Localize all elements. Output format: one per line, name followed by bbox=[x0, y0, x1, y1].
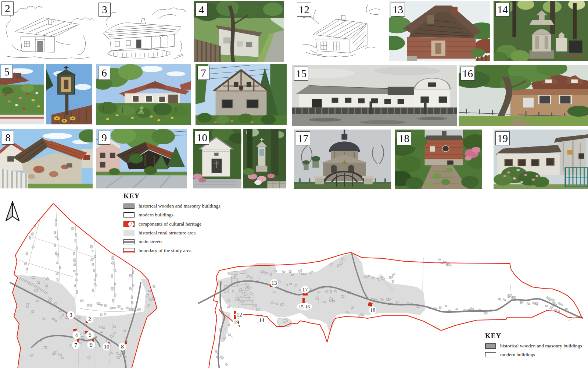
svg-text:15-16: 15-16 bbox=[299, 304, 310, 309]
tile-photo-19: 19 bbox=[494, 130, 588, 189]
main-street-swatch bbox=[123, 239, 135, 244]
legend-item-boundary: boundary of the study area bbox=[123, 248, 223, 254]
legend-title: KEY bbox=[123, 192, 223, 200]
historic-building-swatch bbox=[485, 343, 496, 349]
tile-number-badge: 9 bbox=[98, 131, 110, 145]
legend-item-streets: main streets bbox=[123, 239, 223, 245]
tile-sketch-2: 2 bbox=[1, 1, 94, 62]
historic-building-swatch bbox=[123, 204, 135, 209]
legend-item-label: boundary of the study area bbox=[139, 248, 191, 254]
tile-number-badge: 10 bbox=[195, 131, 209, 145]
map-marker-19: 19 bbox=[233, 319, 240, 326]
figure-page: 2 3 bbox=[0, 0, 588, 368]
tile-photo-5: 5 bbox=[0, 64, 92, 124]
legend-item-label: modern buildings bbox=[500, 352, 535, 358]
svg-text:7: 7 bbox=[74, 342, 77, 348]
tile-photo-10: 10 bbox=[193, 129, 286, 188]
svg-text:12: 12 bbox=[237, 312, 242, 318]
tile-number-badge: 12 bbox=[297, 3, 311, 17]
tile-number-badge: 17 bbox=[296, 131, 310, 145]
legend-left: KEY historical wooden and masonry buildi… bbox=[123, 192, 223, 256]
tile-photo-6: 6 bbox=[96, 64, 191, 125]
svg-text:4: 4 bbox=[75, 332, 78, 338]
svg-text:13: 13 bbox=[272, 280, 277, 286]
legend-right: KEY historical wooden and masonry buildi… bbox=[485, 332, 588, 361]
map-marker-12: 12 bbox=[234, 311, 243, 319]
tile-photo-8: 8 bbox=[0, 129, 93, 188]
tile-photo-9: 9 bbox=[96, 129, 187, 188]
svg-text:5: 5 bbox=[89, 332, 92, 338]
tile-photo-13: 13 bbox=[389, 1, 490, 61]
tile-number-badge: 16 bbox=[460, 67, 475, 81]
svg-text:3: 3 bbox=[69, 312, 72, 318]
tile-number-badge: 15 bbox=[294, 67, 308, 81]
legend-item-label: historical wooden and masonry buildings bbox=[500, 343, 582, 349]
tile-number-badge: 8 bbox=[2, 131, 14, 145]
map-marker-10: 10 bbox=[103, 342, 111, 351]
svg-text:8: 8 bbox=[121, 344, 124, 350]
legend-item-label: main streets bbox=[139, 239, 162, 245]
legend-item-historic: historical wooden and masonry buildings bbox=[485, 343, 588, 349]
tile-number-badge: 14 bbox=[495, 3, 510, 17]
tile-number-badge: 7 bbox=[197, 66, 209, 80]
svg-text:19: 19 bbox=[234, 319, 239, 325]
tile-number-badge: 19 bbox=[495, 131, 510, 145]
tile-number-badge: 6 bbox=[98, 66, 110, 80]
svg-text:9: 9 bbox=[90, 342, 93, 348]
legend-item-heritage: 7 components of cultural heritage bbox=[123, 221, 223, 227]
svg-text:14: 14 bbox=[259, 317, 265, 323]
heritage-component-swatch: 7 bbox=[123, 221, 135, 227]
tile-number-badge: 4 bbox=[196, 3, 208, 17]
legend-item-area: historical rural structure area bbox=[123, 230, 223, 236]
svg-text:18: 18 bbox=[370, 307, 376, 313]
tile-number-badge: 5 bbox=[1, 65, 13, 79]
tile-sketch-12: 12 bbox=[295, 1, 383, 62]
legend-item-modern: modern buildings bbox=[485, 352, 588, 358]
tile-photo-15: 15 bbox=[292, 65, 457, 126]
modern-building-swatch bbox=[485, 352, 496, 357]
rural-area-swatch bbox=[123, 230, 135, 236]
tile-photo-16: 16 bbox=[459, 65, 588, 126]
boundary-swatch bbox=[123, 248, 135, 253]
legend-item-modern: modern buildings bbox=[123, 212, 223, 218]
svg-text:2: 2 bbox=[88, 316, 91, 322]
legend-item-label: historical wooden and masonry buildings bbox=[139, 203, 220, 209]
modern-building-swatch bbox=[123, 212, 135, 217]
legend-item-label: components of cultural heritage bbox=[139, 221, 201, 227]
tile-number-badge: 3 bbox=[98, 3, 111, 17]
tile-photo-18: 18 bbox=[395, 130, 482, 189]
legend-item-label: historical rural structure area bbox=[139, 230, 196, 236]
tile-photo-7: 7 bbox=[196, 64, 287, 125]
heritage-number-badge: 7 bbox=[128, 222, 134, 227]
tile-number-badge: 13 bbox=[391, 3, 405, 17]
svg-text:17: 17 bbox=[302, 287, 308, 293]
tile-photo-14: 14 bbox=[494, 1, 588, 61]
legend-item-label: modern buildings bbox=[139, 212, 173, 218]
legend-item-historic: historical wooden and masonry buildings bbox=[123, 203, 223, 209]
tile-photo-17: 17 bbox=[294, 130, 391, 189]
tile-number-badge: 2 bbox=[1, 1, 14, 15]
svg-text:10: 10 bbox=[104, 344, 110, 350]
tile-sketch-3: 3 bbox=[97, 1, 188, 62]
legend-title: KEY bbox=[485, 332, 588, 340]
tile-photo-4: 4 bbox=[194, 1, 284, 62]
tile-number-badge: 18 bbox=[397, 131, 411, 145]
